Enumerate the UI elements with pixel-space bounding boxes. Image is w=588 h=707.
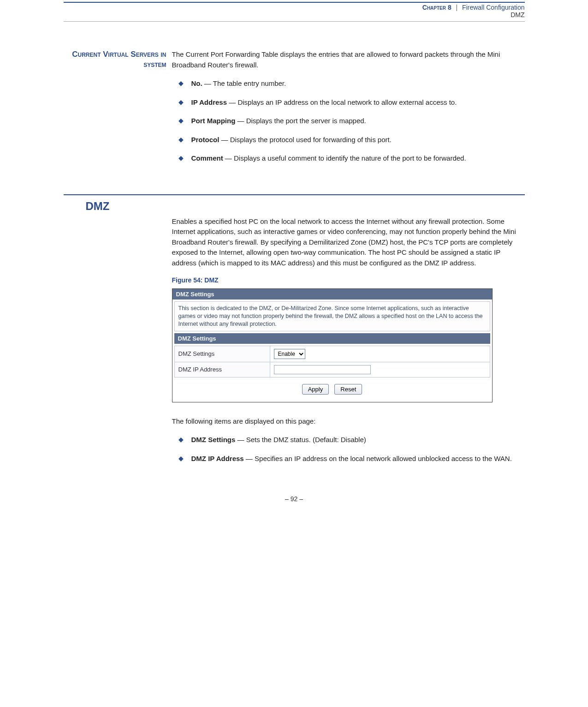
section2-intro: Enables a specified host PC on the local… (172, 216, 525, 269)
term-protocol: Protocol (191, 136, 220, 144)
desc: — Specifies an IP address on the local n… (244, 455, 512, 462)
term-no: No. (191, 79, 202, 87)
desc: — Displays the protocol used for forward… (219, 136, 392, 144)
figure-caption: Figure 54: DMZ (172, 276, 525, 284)
after-figure-text: The following items are displayed on thi… (172, 416, 525, 427)
term-comment: Comment (191, 154, 223, 162)
figure-dmz-screenshot: DMZ Settings This section is dedicated t… (172, 288, 493, 402)
figure-bar-title-1: DMZ Settings (172, 289, 492, 300)
chapter-label: Chapter 8 (422, 4, 451, 11)
list-item: Protocol — Displays the protocol used fo… (172, 135, 525, 145)
dmz-settings-select[interactable]: Enable (274, 349, 305, 359)
list-item: Port Mapping — Displays the port the ser… (172, 116, 525, 126)
dmz-settings-label: DMZ Settings (174, 346, 270, 362)
term-dmz-settings: DMZ Settings (191, 436, 236, 443)
page-number: – 92 – (64, 472, 525, 512)
section1-intro: The Current Port Forwarding Table displa… (172, 49, 525, 70)
term-dmz-ip-address: DMZ IP Address (191, 455, 244, 462)
desc: — Displays a useful comment to identify … (223, 154, 466, 162)
side-heading-virtual-servers: Current Virtual Servers in system (64, 49, 166, 70)
desc: — Sets the DMZ status. (Default: Disable… (235, 436, 366, 443)
desc: — Displays an IP address on the local ne… (227, 98, 457, 106)
apply-button[interactable]: Apply (302, 384, 329, 395)
header-sep: | (456, 4, 458, 11)
chapter-subtitle: DMZ (64, 11, 525, 18)
term-port-mapping: Port Mapping (191, 117, 236, 125)
term-ip-address: IP Address (191, 98, 227, 106)
list-item: DMZ IP Address — Specifies an IP address… (172, 454, 525, 464)
desc: — Displays the port the server is mapped… (235, 117, 366, 125)
page-header: Chapter 8 | Firewall Configuration DMZ (64, 4, 525, 21)
chapter-title: Firewall Configuration (462, 4, 524, 11)
list-item: DMZ Settings — Sets the DMZ status. (Def… (172, 435, 525, 445)
reset-button[interactable]: Reset (334, 384, 362, 395)
dmz-ip-input[interactable] (274, 365, 371, 374)
dmz-ip-label: DMZ IP Address (174, 362, 270, 377)
section-heading-dmz: DMZ (64, 200, 172, 213)
list-item: Comment — Displays a useful comment to i… (172, 153, 525, 164)
figure-description: This section is dedicated to the DMZ, or… (174, 301, 490, 331)
figure-bar-title-2: DMZ Settings (174, 333, 490, 344)
list-item: IP Address — Displays an IP address on t… (172, 97, 525, 108)
desc: — The table entry number. (202, 79, 286, 87)
list-item: No. — The table entry number. (172, 78, 525, 89)
